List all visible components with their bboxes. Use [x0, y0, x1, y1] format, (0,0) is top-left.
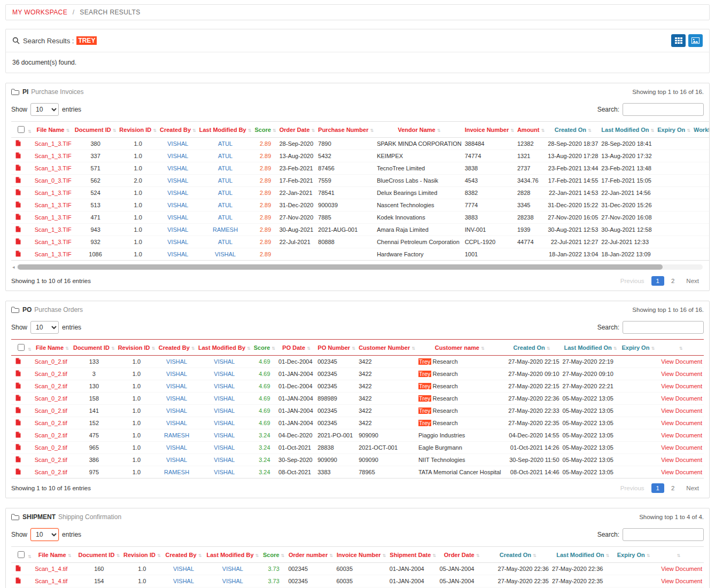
column-header[interactable]: Last Modified By⇅: [198, 122, 253, 138]
pagination-next[interactable]: Next: [681, 483, 704, 493]
file-name-link[interactable]: Scan_1_3.TIF: [33, 236, 73, 248]
file-name-link[interactable]: Scan_0_2.tif: [33, 429, 72, 442]
document-icon-cell[interactable]: [11, 175, 33, 187]
file-name-link[interactable]: Scan_0_2.tif: [33, 368, 72, 380]
column-header[interactable]: Order Date⇅: [438, 547, 486, 563]
column-header[interactable]: Last Modified By⇅: [205, 547, 261, 563]
page-size-select[interactable]: 10: [30, 103, 59, 116]
view-document-link[interactable]: View Document: [652, 575, 704, 587]
column-header[interactable]: Expiry On⇅: [615, 547, 651, 563]
view-document-link[interactable]: View Document: [656, 454, 704, 466]
select-all-checkbox[interactable]: [18, 126, 25, 133]
table-search-input[interactable]: [623, 103, 704, 116]
column-header[interactable]: Created By⇅: [157, 340, 197, 356]
document-icon-cell[interactable]: [11, 417, 33, 429]
file-name-link[interactable]: Scan_1_3.TIF: [33, 224, 73, 236]
table-search-input[interactable]: [623, 528, 704, 541]
page-size-select[interactable]: 10: [30, 528, 59, 541]
column-header[interactable]: Invoice Number⇅: [463, 122, 516, 138]
pagination-page-1[interactable]: 1: [651, 483, 664, 493]
file-name-link[interactable]: Scan_1_3.TIF: [33, 162, 73, 175]
file-name-link[interactable]: Scan_1_3.TIF: [33, 187, 73, 199]
document-icon-cell[interactable]: [11, 162, 33, 175]
file-name-link[interactable]: Scan_1_3.TIF: [33, 211, 73, 224]
file-name-link[interactable]: Scan_0_2.tif: [33, 442, 72, 454]
document-icon-cell[interactable]: [11, 150, 33, 162]
pagination-page-2[interactable]: 2: [666, 483, 679, 493]
file-name-link[interactable]: Scan_1_3.TIF: [33, 199, 73, 211]
document-icon-cell[interactable]: [11, 199, 33, 211]
column-header[interactable]: Created By⇅: [162, 547, 205, 563]
view-document-link[interactable]: View Document: [656, 380, 704, 393]
page-size-select[interactable]: 10: [30, 321, 59, 334]
document-icon-cell[interactable]: [11, 224, 33, 236]
view-document-link[interactable]: View Document: [656, 442, 704, 454]
view-document-link[interactable]: View Document: [652, 563, 704, 575]
select-all-checkbox[interactable]: [18, 344, 25, 351]
file-name-link[interactable]: Scan_0_2.tif: [33, 417, 72, 429]
horizontal-scrollbar[interactable]: ◂: [12, 264, 703, 270]
document-icon-cell[interactable]: [11, 454, 33, 466]
column-header[interactable]: Created On⇅: [486, 547, 550, 563]
column-header[interactable]: File Name⇅: [33, 340, 72, 356]
scrollbar-thumb[interactable]: [18, 264, 663, 270]
pagination-page-1[interactable]: 1: [651, 276, 664, 286]
file-name-link[interactable]: Scan_0_2.tif: [33, 356, 72, 368]
column-header[interactable]: Expiry On⇅: [656, 122, 692, 138]
pagination-previous[interactable]: Previous: [616, 483, 649, 493]
column-header[interactable]: Order Date⇅: [278, 122, 317, 138]
document-icon-cell[interactable]: [11, 563, 33, 575]
document-icon-cell[interactable]: [11, 380, 33, 393]
column-header[interactable]: Last Modified By⇅: [197, 340, 252, 356]
column-header[interactable]: Document ID⇅: [73, 122, 118, 138]
document-icon-cell[interactable]: [11, 187, 33, 199]
column-header[interactable]: Customer Number⇅: [357, 340, 417, 356]
column-header[interactable]: Document ID⇅: [76, 547, 122, 563]
document-icon-cell[interactable]: [11, 248, 33, 261]
file-name-link[interactable]: Scan_0_2.tif: [33, 393, 72, 405]
column-header[interactable]: Last Modified On⇅: [550, 547, 615, 563]
column-header[interactable]: Revision ID⇅: [118, 122, 158, 138]
column-header[interactable]: Purchase Number⇅: [316, 122, 375, 138]
scrollbar-track[interactable]: [17, 264, 703, 270]
file-name-link[interactable]: Scan_0_2.tif: [33, 380, 72, 393]
pagination-page-2[interactable]: 2: [666, 276, 679, 286]
column-header[interactable]: Revision ID⇅: [116, 340, 157, 356]
column-header[interactable]: Expiry On⇅: [620, 340, 656, 356]
column-header[interactable]: Created On⇅: [503, 340, 561, 356]
column-header[interactable]: Revision ID⇅: [122, 547, 162, 563]
breadcrumb-workspace-link[interactable]: MY WORKSPACE: [12, 9, 67, 16]
table-search-input[interactable]: [623, 321, 704, 334]
file-name-link[interactable]: Scan_1_3.TIF: [33, 150, 73, 162]
file-name-link[interactable]: Scan_1_4.tif: [33, 563, 76, 575]
column-header[interactable]: Customer name⇅: [417, 340, 503, 356]
file-name-link[interactable]: Scan_0_2.tif: [33, 454, 72, 466]
file-name-link[interactable]: Scan_0_3.TIF: [33, 175, 73, 187]
view-document-link[interactable]: View Document: [656, 356, 704, 368]
view-document-link[interactable]: View Document: [656, 417, 704, 429]
column-header[interactable]: Last Modified On⇅: [561, 340, 620, 356]
column-header[interactable]: Amount⇅: [516, 122, 546, 138]
pagination-previous[interactable]: Previous: [616, 276, 649, 286]
document-icon-cell[interactable]: [11, 236, 33, 248]
view-document-link[interactable]: View Document: [656, 429, 704, 442]
file-name-link[interactable]: Scan_1_4.tif: [33, 575, 76, 587]
select-all-checkbox[interactable]: [18, 551, 25, 558]
column-header[interactable]: Score⇅: [252, 340, 277, 356]
view-document-link[interactable]: View Document: [656, 368, 704, 380]
column-header[interactable]: Workflow Stat⇅: [692, 122, 709, 138]
document-icon-cell[interactable]: [11, 356, 33, 368]
column-header[interactable]: Created By⇅: [158, 122, 198, 138]
column-header[interactable]: PO Date⇅: [277, 340, 316, 356]
column-header[interactable]: Last Modified On⇅: [600, 122, 656, 138]
view-document-link[interactable]: View Document: [656, 405, 704, 417]
file-name-link[interactable]: Scan_0_2.tif: [33, 405, 72, 417]
document-icon-cell[interactable]: [11, 368, 33, 380]
column-header[interactable]: ⇅: [656, 340, 704, 356]
image-view-button[interactable]: [688, 34, 703, 47]
document-icon-cell[interactable]: [11, 405, 33, 417]
pagination-next[interactable]: Next: [681, 276, 704, 286]
table-view-button[interactable]: [671, 34, 686, 47]
document-icon-cell[interactable]: [11, 429, 33, 442]
view-document-link[interactable]: View Document: [656, 393, 704, 405]
